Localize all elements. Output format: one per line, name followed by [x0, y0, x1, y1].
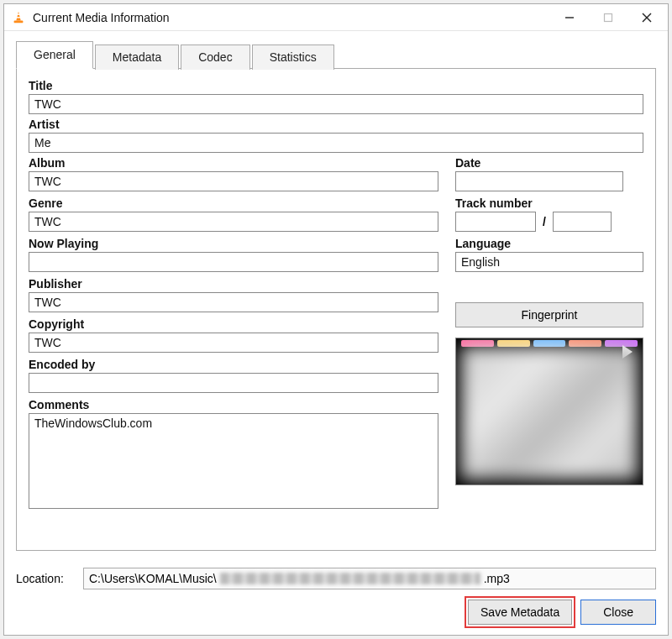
copyright-input[interactable] — [29, 333, 438, 353]
maximize-button[interactable] — [589, 4, 627, 30]
minimize-button[interactable] — [550, 4, 589, 30]
comments-textarea[interactable] — [29, 413, 438, 509]
tab-metadata[interactable]: Metadata — [95, 45, 179, 70]
save-metadata-button[interactable]: Save Metadata — [468, 600, 572, 625]
artist-label: Artist — [29, 118, 643, 131]
comments-label: Comments — [29, 398, 438, 411]
album-label: Album — [29, 156, 438, 170]
copyright-label: Copyright — [29, 317, 438, 331]
title-label: Title — [29, 79, 643, 92]
location-path-prefix: C:\Users\KOMAL\Music\ — [89, 572, 217, 585]
encoded-by-label: Encoded by — [29, 358, 438, 371]
location-redacted-region — [220, 573, 480, 584]
track-total-input[interactable] — [553, 212, 612, 232]
window-controls — [550, 4, 666, 30]
language-input[interactable] — [455, 252, 643, 272]
svg-rect-3 — [14, 20, 24, 23]
title-input[interactable] — [29, 94, 643, 114]
svg-rect-1 — [16, 13, 20, 14]
now-playing-label: Now Playing — [29, 237, 438, 250]
tab-strip: General Metadata Codec Statistics — [16, 41, 656, 69]
date-input[interactable] — [455, 171, 623, 191]
publisher-input[interactable] — [29, 292, 438, 312]
date-label: Date — [455, 156, 643, 170]
fingerprint-button[interactable]: Fingerprint — [455, 302, 643, 327]
titlebar: Current Media Information — [4, 4, 668, 31]
svg-rect-5 — [605, 13, 612, 21]
cover-art-thumbnail[interactable] — [455, 338, 643, 485]
location-input[interactable]: C:\Users\KOMAL\Music\ .mp3 — [83, 568, 656, 589]
svg-rect-2 — [16, 17, 21, 18]
now-playing-input[interactable] — [29, 252, 438, 272]
footer: Location: C:\Users\KOMAL\Music\ .mp3 Sav… — [4, 559, 668, 635]
genre-input[interactable] — [29, 212, 438, 232]
track-number-label: Track number — [455, 196, 643, 210]
window-title: Current Media Information — [33, 11, 550, 24]
location-label: Location: — [16, 572, 75, 585]
genre-label: Genre — [29, 196, 438, 210]
artist-input[interactable] — [29, 133, 643, 153]
tab-codec[interactable]: Codec — [181, 45, 249, 70]
encoded-by-input[interactable] — [29, 373, 438, 393]
location-path-suffix: .mp3 — [484, 572, 510, 585]
album-input[interactable] — [29, 171, 438, 191]
general-panel: Title Artist Album Genre — [16, 68, 656, 551]
svg-marker-0 — [16, 11, 20, 20]
language-label: Language — [455, 237, 643, 250]
vlc-cone-icon — [11, 10, 26, 25]
publisher-label: Publisher — [29, 277, 438, 291]
track-number-input[interactable] — [455, 212, 536, 232]
track-separator: / — [541, 215, 548, 228]
content-area: General Metadata Codec Statistics Title … — [4, 31, 668, 559]
tab-general[interactable]: General — [16, 41, 93, 69]
media-info-window: Current Media Information General Metada… — [3, 3, 669, 636]
close-button[interactable]: Close — [580, 600, 656, 625]
tab-statistics[interactable]: Statistics — [252, 45, 334, 70]
close-window-button[interactable] — [627, 4, 666, 30]
